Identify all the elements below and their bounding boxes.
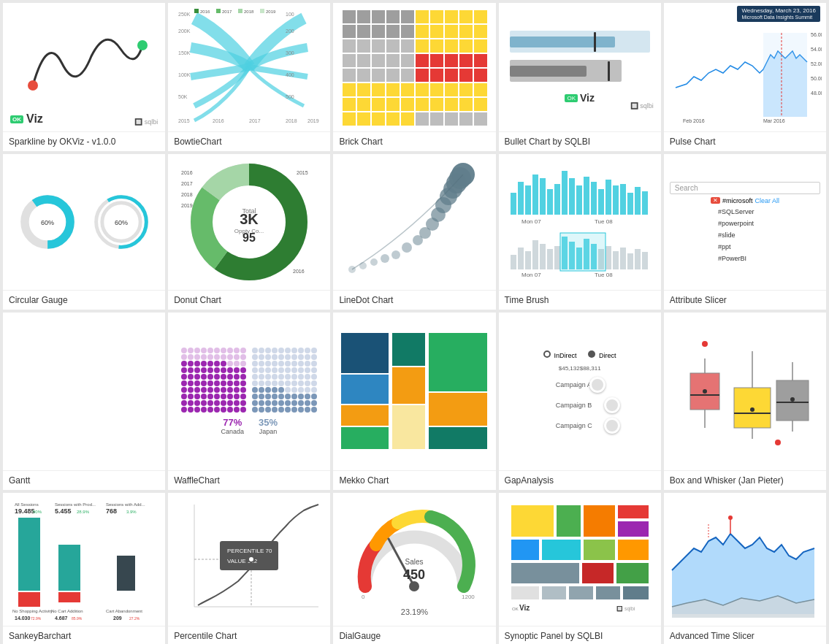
svg-rect-32 xyxy=(445,10,458,23)
card-waffle[interactable]: 77% Canada 35% Japan WaffleChart xyxy=(168,313,330,490)
svg-text:300: 300 xyxy=(286,50,294,55)
svg-text:200K: 200K xyxy=(178,28,191,34)
waffle-cell xyxy=(291,348,297,353)
waffle-cell xyxy=(311,387,317,393)
waffle-cell xyxy=(234,348,240,353)
svg-rect-85 xyxy=(343,98,356,111)
waffle-cell xyxy=(278,367,284,373)
svg-text:Mon 07: Mon 07 xyxy=(522,218,541,225)
svg-text:56.00: 56.00 xyxy=(811,32,822,37)
waffle-cell xyxy=(188,394,194,399)
waffle-cell xyxy=(188,348,194,353)
svg-rect-231 xyxy=(18,518,40,591)
svg-rect-53 xyxy=(459,39,473,53)
percentile-label: Percentile Chart xyxy=(168,626,330,644)
mekko-svg xyxy=(337,329,491,453)
bowtie-preview: 250K 200K 150K 100K 50K 100 200 300 400 … xyxy=(168,3,330,131)
waffle-cell xyxy=(207,394,213,399)
waffle-cell xyxy=(259,400,264,406)
waffle-cell xyxy=(188,361,194,367)
card-gap[interactable]: InDirect Direct $45,132 $88,311 Campaign… xyxy=(499,313,661,490)
svg-rect-191 xyxy=(642,252,648,269)
svg-rect-80 xyxy=(416,83,429,96)
waffle-cell xyxy=(214,374,220,380)
card-bullet[interactable]: OK Viz 🔲 sqlbi Bullet Chart by SQLBI xyxy=(499,3,661,151)
card-dialgauge[interactable]: Sales 450 0 1200 23.19% DialGauge xyxy=(333,493,495,644)
waffle-cell xyxy=(285,354,291,360)
waffle-cell xyxy=(278,348,284,353)
slicer-label-4: #ppt xyxy=(718,243,769,250)
waffle-cell xyxy=(240,380,246,386)
svg-text:28.9%: 28.9% xyxy=(77,510,90,514)
gantt-preview xyxy=(3,313,165,470)
card-percentile[interactable]: PERCENTILE 70 VALUE 162 Percentile Chart xyxy=(168,493,330,644)
svg-rect-71 xyxy=(430,69,443,82)
bowtie-svg: 250K 200K 150K 100K 50K 100 200 300 400 … xyxy=(172,7,326,128)
svg-rect-101 xyxy=(430,112,443,126)
waffle-cell xyxy=(221,387,226,393)
waffle-grids xyxy=(181,348,317,413)
card-pulse[interactable]: Wednesday, March 23, 2016Microsoft Data … xyxy=(664,3,826,151)
svg-rect-56 xyxy=(357,54,370,67)
bullet-okviz: OK Viz xyxy=(565,92,595,104)
card-linedot[interactable]: LineDot Chart xyxy=(333,154,495,310)
waffle-cell xyxy=(311,367,317,373)
card-boxwhisker[interactable]: Box and Whisker (Jan Pieter) xyxy=(664,313,826,490)
card-bowtie[interactable]: 250K 200K 150K 100K 50K 100 200 300 400 … xyxy=(168,3,330,151)
gap-handle-right-c xyxy=(604,418,620,434)
ok-badge: OK xyxy=(10,115,23,123)
svg-rect-95 xyxy=(343,112,356,126)
card-circular-gauge[interactable]: 60% 60% Circular Gauge xyxy=(3,154,165,310)
svg-rect-270 xyxy=(616,562,649,584)
percentile-preview: PERCENTILE 70 VALUE 162 xyxy=(168,493,330,626)
waffle-cell xyxy=(265,380,271,386)
donut-svg: Total 3K Oppty Co... 95 2016 2017 2018 2… xyxy=(180,160,318,284)
svg-text:50.00: 50.00 xyxy=(811,76,822,81)
waffle-cell xyxy=(214,400,220,406)
sqlbi-logo-sparkline: 🔲 sqlbi xyxy=(134,118,158,126)
waffle-cell xyxy=(240,348,246,353)
svg-rect-176 xyxy=(532,240,538,269)
waffle-cell xyxy=(214,394,220,399)
attrslicer-preview: Search ✕ #microsoft Clear All #SQLServer… xyxy=(664,154,826,290)
bullet-row-1 xyxy=(510,31,650,53)
svg-point-220 xyxy=(790,397,795,402)
gap-row-b: Campaign B xyxy=(556,398,604,413)
svg-rect-82 xyxy=(445,83,458,96)
waffle-cell xyxy=(311,348,317,353)
svg-text:1200: 1200 xyxy=(462,594,475,600)
waffle-cell xyxy=(285,367,291,373)
slicer-row-4: #ppt xyxy=(718,242,772,251)
card-gantt[interactable]: Gantt xyxy=(3,313,165,490)
card-sparkline[interactable]: OK Viz 🔲 sqlbi Sparkline by OKViz - v1.0… xyxy=(3,3,165,151)
card-timebrush[interactable]: Mon 07 Tue 08 xyxy=(499,154,661,310)
svg-text:4.687: 4.687 xyxy=(55,616,68,621)
waffle-cell xyxy=(291,354,297,360)
waffle-cell xyxy=(265,361,271,367)
svg-text:209: 209 xyxy=(113,616,122,621)
card-mekko[interactable]: Mekko Chart xyxy=(333,313,495,490)
svg-rect-43 xyxy=(459,25,473,38)
card-synoptic[interactable]: OK Viz 🔲 sqlbi Synoptic Panel by SQLBI xyxy=(499,493,661,644)
waffle-japan-label: 35% Japan xyxy=(259,417,278,435)
svg-text:400: 400 xyxy=(286,72,294,77)
svg-text:PERCENTILE  70: PERCENTILE 70 xyxy=(227,548,272,554)
svg-text:5.455: 5.455 xyxy=(55,507,72,515)
svg-rect-26 xyxy=(357,10,370,23)
card-donut[interactable]: Total 3K Oppty Co... 95 2016 2017 2018 2… xyxy=(168,154,330,310)
slicer-row-3: #slide xyxy=(718,231,772,239)
card-brick[interactable]: Brick Chart xyxy=(333,3,495,151)
brick-svg xyxy=(341,9,487,126)
svg-text:50K: 50K xyxy=(178,94,188,99)
svg-rect-35 xyxy=(343,25,356,38)
waffle-cell xyxy=(291,394,297,399)
waffle-cell xyxy=(188,374,194,380)
waffle-cell xyxy=(181,394,187,399)
card-adv-time[interactable]: Advanced Time Slicer xyxy=(664,493,826,644)
card-attrslicer[interactable]: Search ✕ #microsoft Clear All #SQLServer… xyxy=(664,154,826,310)
boxwhisker-svg xyxy=(668,329,822,453)
svg-point-137 xyxy=(359,262,367,269)
svg-point-210 xyxy=(703,389,707,394)
svg-point-138 xyxy=(370,258,378,266)
card-sankey[interactable]: All Sessions Sessions with Prod... Sessi… xyxy=(3,493,165,644)
